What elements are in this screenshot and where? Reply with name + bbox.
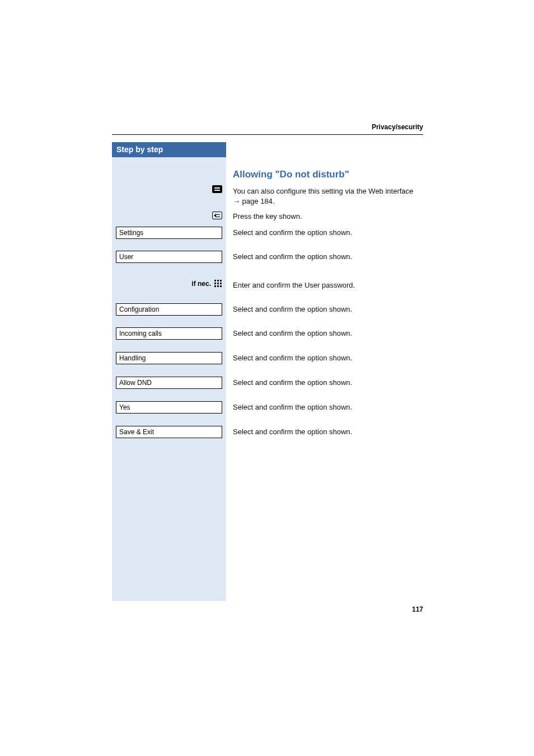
header-rule	[112, 134, 423, 135]
menu-arrow-icon	[212, 212, 222, 219]
text-web-line1: You can also configure this setting via …	[233, 187, 413, 195]
page-number: 117	[412, 605, 423, 613]
sidebar: Step by step Settings User if nec.	[112, 142, 226, 601]
list-menu-icon	[212, 185, 222, 193]
menu-save-exit[interactable]: Save & Exit	[116, 426, 222, 438]
text-enter-password: Enter and confirm the User password.	[233, 280, 355, 290]
keypad-icon	[214, 280, 222, 288]
text-select-4: Select and confirm the option shown.	[233, 328, 352, 339]
page: { "header": { "section_label": "Privacy/…	[0, 0, 534, 756]
label-ifnec: if nec.	[191, 280, 211, 288]
text-select-3: Select and confirm the option shown.	[233, 304, 352, 314]
text-select-8: Select and confirm the option shown.	[233, 427, 352, 437]
menu-settings[interactable]: Settings	[116, 227, 222, 239]
sidebar-title: Step by step	[112, 142, 226, 157]
text-select-5: Select and confirm the option shown.	[233, 353, 352, 363]
text-select-6: Select and confirm the option shown.	[233, 378, 352, 388]
menu-allow-dnd[interactable]: Allow DND	[116, 377, 222, 389]
text-select-7: Select and confirm the option shown.	[233, 402, 352, 412]
menu-user[interactable]: User	[116, 251, 222, 263]
text-select-1: Select and confirm the option shown.	[233, 228, 352, 238]
text-web-interface: You can also configure this setting via …	[233, 186, 413, 206]
text-select-2: Select and confirm the option shown.	[233, 252, 352, 262]
section-title: Allowing "Do not disturb"	[233, 169, 349, 180]
text-press-key: Press the key shown.	[233, 212, 302, 222]
menu-configuration[interactable]: Configuration	[116, 303, 222, 316]
header-section-label: Privacy/security	[372, 123, 423, 131]
menu-yes[interactable]: Yes	[116, 401, 222, 414]
arrow-icon: →	[233, 197, 240, 205]
menu-incoming-calls[interactable]: Incoming calls	[116, 327, 222, 340]
text-web-line2-rest: page 184.	[240, 197, 274, 205]
menu-handling[interactable]: Handling	[116, 352, 222, 364]
